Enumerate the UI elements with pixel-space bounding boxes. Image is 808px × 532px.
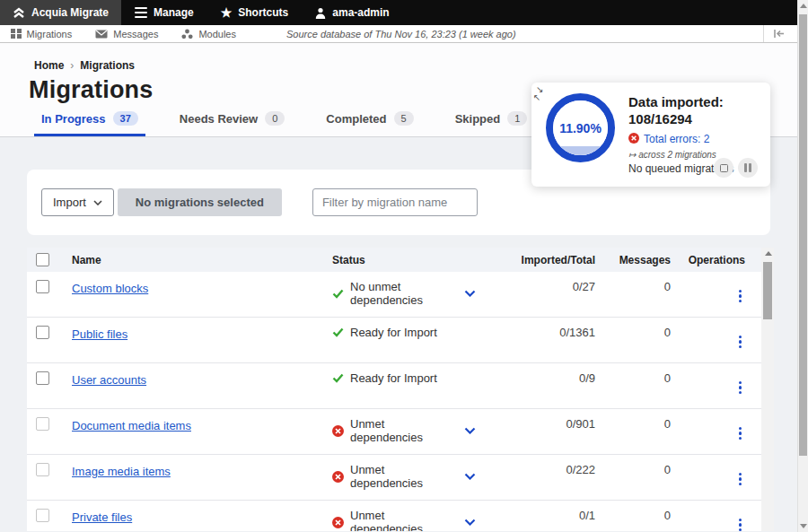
table-row: User accounts Ready for Import 0/9 0 — [27, 363, 774, 409]
header-messages: Messages — [595, 254, 671, 266]
check-icon — [332, 327, 344, 337]
row-checkbox — [36, 417, 49, 431]
stop-import-button[interactable] — [714, 158, 733, 178]
status-text: No unmet dependencies — [350, 280, 458, 307]
secondary-toolbar: Migrations Messages Modules Source datab… — [0, 25, 808, 43]
migration-link[interactable]: User accounts — [72, 373, 146, 387]
header-status: Status — [332, 254, 512, 266]
migrations-tool-label: Migrations — [27, 29, 73, 39]
across-arrow-icon: ↦ — [628, 150, 636, 160]
resize-handle[interactable]: ↘ ↖ — [536, 85, 543, 101]
breadcrumb: Home›Migrations — [34, 59, 808, 72]
messages-count: 0 — [595, 371, 671, 385]
toolbar-item-migrations[interactable]: Migrations — [11, 29, 72, 39]
expand-status-chevron[interactable] — [464, 473, 476, 480]
resize-nw-icon: ↖ — [533, 93, 543, 101]
table-row: Custom blocks No unmet dependencies 0/27… — [27, 272, 774, 318]
acquia-migrate-brand[interactable]: Acquia Migrate — [0, 0, 121, 25]
messages-count: 0 — [595, 326, 671, 339]
expand-status-chevron[interactable] — [464, 427, 476, 434]
progress-card-buttons — [714, 158, 758, 178]
row-checkbox[interactable] — [36, 326, 49, 339]
progress-ring-fill — [553, 146, 608, 155]
topbar-item-manage[interactable]: Manage — [121, 0, 207, 25]
status-text: Unmet dependencies — [350, 417, 458, 444]
messages-count: 0 — [595, 417, 671, 431]
import-dropdown-button[interactable]: Import — [41, 188, 114, 216]
chevron-down-icon — [93, 200, 102, 205]
tab-completed[interactable]: Completed 5 — [319, 111, 420, 136]
check-icon — [332, 373, 344, 383]
brand-label: Acquia Migrate — [31, 6, 109, 19]
modules-icon — [181, 29, 193, 39]
main-content: Import No migrations selected Name Statu… — [0, 170, 808, 531]
grid-icon — [11, 29, 22, 39]
topbar-item-shortcuts[interactable]: ★ Shortcuts — [207, 0, 303, 25]
page-scroll-down-icon[interactable] — [800, 524, 807, 528]
pause-import-button[interactable] — [738, 158, 758, 178]
tab-count-badge: 1 — [507, 111, 527, 126]
migrations-table: Name Status Imported/Total Messages Oper… — [27, 248, 774, 531]
progress-ring: 11.90% — [546, 93, 615, 162]
breadcrumb-home-link[interactable]: Home — [34, 59, 64, 72]
toolbar-item-modules[interactable]: Modules — [181, 29, 236, 39]
star-icon: ★ — [221, 6, 233, 19]
messages-count: 0 — [595, 509, 671, 522]
progress-percent: 11.90% — [559, 121, 602, 135]
operations-kebab-menu[interactable] — [735, 425, 746, 442]
expand-status-chevron[interactable] — [464, 290, 476, 297]
error-icon — [628, 131, 639, 147]
page-scrollbar[interactable] — [797, 0, 808, 532]
breadcrumb-separator: › — [70, 59, 74, 72]
table-header-row: Name Status Imported/Total Messages Oper… — [27, 248, 774, 272]
migration-link[interactable]: Custom blocks — [72, 282, 148, 295]
imported-total-value: 0/1361 — [512, 326, 595, 339]
collapse-toolbar-button[interactable] — [763, 25, 794, 42]
operations-kebab-menu[interactable] — [735, 379, 746, 397]
error-icon — [332, 471, 344, 483]
status-text: Unmet dependencies — [350, 463, 458, 490]
operations-kebab-menu[interactable] — [735, 288, 746, 305]
collapse-left-icon — [773, 29, 786, 39]
messages-tool-label: Messages — [113, 29, 158, 39]
no-migrations-selected-button: No migrations selected — [118, 188, 282, 216]
data-imported-value: 108/16294 — [628, 110, 733, 127]
migration-link[interactable]: Public files — [72, 327, 127, 341]
migration-filter-input[interactable] — [312, 188, 478, 216]
across-migrations-text: across 2 migrations — [638, 150, 716, 160]
tab-needs-review[interactable]: Needs Review 0 — [172, 111, 293, 136]
page-scrollbar-thumb[interactable] — [799, 14, 807, 456]
pause-icon — [744, 163, 751, 172]
total-errors-line[interactable]: Total errors: 2 — [628, 131, 733, 147]
messages-count: 0 — [595, 463, 671, 476]
error-icon — [332, 517, 344, 528]
scroll-up-icon[interactable] — [765, 251, 772, 256]
table-row: Private files Unmet dependencies 0/1 0 — [27, 501, 774, 531]
imported-total-value: 0/222 — [512, 463, 595, 476]
tab-label: Needs Review — [180, 112, 258, 126]
operations-kebab-menu[interactable] — [735, 334, 746, 351]
imported-total-value: 0/1 — [512, 509, 595, 522]
hamburger-icon — [135, 7, 147, 19]
table-scrollbar-thumb[interactable] — [763, 262, 772, 319]
operations-kebab-menu[interactable] — [735, 517, 746, 532]
select-all-checkbox[interactable] — [36, 253, 49, 266]
toolbar-item-messages[interactable]: Messages — [95, 29, 158, 39]
table-row: Public files Ready for Import 0/1361 0 — [27, 318, 774, 363]
migration-link[interactable]: Image media items — [72, 465, 171, 478]
migration-link[interactable]: Document media items — [72, 419, 191, 432]
imported-total-value: 0/9 — [512, 371, 595, 385]
row-checkbox[interactable] — [36, 280, 49, 293]
data-imported-label: Data imported: — [628, 93, 733, 110]
expand-status-chevron[interactable] — [464, 519, 476, 526]
table-scrollbar[interactable] — [761, 248, 774, 531]
page-scroll-up-icon[interactable] — [800, 4, 807, 8]
row-checkbox[interactable] — [36, 371, 49, 385]
migration-link[interactable]: Private files — [72, 510, 132, 524]
header-imported-total: Imported/Total — [512, 254, 595, 266]
operations-kebab-menu[interactable] — [735, 471, 746, 488]
tab-in-progress[interactable]: In Progress 37 — [34, 111, 145, 136]
topbar-item-user[interactable]: ama-admin — [302, 0, 402, 25]
tab-skipped[interactable]: Skipped 1 — [448, 111, 535, 136]
total-errors-link[interactable]: Total errors: 2 — [644, 133, 709, 145]
